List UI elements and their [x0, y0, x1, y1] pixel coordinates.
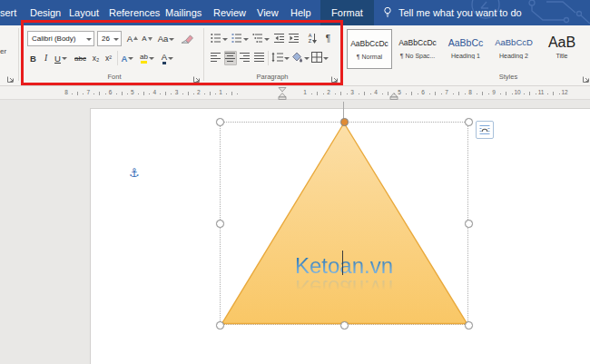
underline-button[interactable]: U: [53, 51, 69, 65]
font-color-glyph: A: [162, 52, 167, 64]
chevron-down-icon: [304, 57, 310, 63]
shape-text[interactable]: Ketoan.vn: [220, 255, 468, 277]
ruler-tick: [536, 93, 536, 94]
ruler-tick: [127, 93, 128, 94]
ruler-number: 4: [152, 89, 156, 95]
handle-bottom-left[interactable]: [216, 321, 224, 330]
chevron-down-icon: [128, 57, 133, 63]
ruler-tick: [465, 93, 466, 94]
ruler-tick: [482, 92, 483, 95]
ruler-number: 6: [109, 89, 113, 95]
ruler-tick: [382, 93, 383, 94]
style-card-heading-1[interactable]: AaBbCcHeading 1: [443, 29, 488, 69]
clipboard-dialog-launcher[interactable]: [6, 74, 15, 84]
menu-tab-review[interactable]: Review: [213, 0, 246, 25]
borders-button[interactable]: [311, 51, 329, 65]
paragraph-dialog-launcher[interactable]: [330, 74, 339, 84]
ruler-tick: [149, 93, 150, 94]
menu-tab-help[interactable]: Help: [290, 0, 311, 25]
font-group-label: Font: [107, 73, 121, 81]
chevron-down-icon: [284, 57, 290, 63]
anchor-icon[interactable]: ⚓: [129, 167, 140, 179]
strikethrough-button[interactable]: abc: [73, 51, 88, 65]
ruler[interactable]: 87654321123456789101112: [0, 86, 590, 100]
ruler-tick: [215, 93, 216, 94]
handle-bottom-right[interactable]: [465, 321, 473, 330]
ruler-tick: [364, 92, 365, 95]
grow-font-glyph: A: [127, 34, 133, 44]
font-size-select[interactable]: 26: [97, 31, 122, 46]
italic-button[interactable]: I: [41, 51, 51, 65]
menu-tab-sert[interactable]: sert: [0, 0, 16, 25]
grow-font-button[interactable]: A: [126, 31, 139, 46]
ruler-tick: [529, 92, 530, 95]
text-wrap-icon: [478, 123, 491, 136]
ruler-tick: [72, 93, 73, 94]
sort-button[interactable]: AZ: [306, 31, 320, 46]
justify-button[interactable]: [253, 51, 266, 65]
ruler-number: 9: [492, 89, 496, 95]
style-card-normal[interactable]: AaBbCcDc¶ Normal: [347, 29, 392, 69]
font-color-button[interactable]: A: [159, 51, 176, 65]
shading-button[interactable]: [291, 51, 309, 65]
ruler-tick: [204, 93, 205, 94]
handle-top-right[interactable]: [465, 118, 473, 126]
style-card-heading-2[interactable]: AaBbCcDHeading 2: [491, 29, 536, 69]
first-line-indent-marker: [279, 88, 286, 93]
bullets-button[interactable]: [210, 31, 228, 46]
clear-formatting-button[interactable]: [179, 31, 194, 46]
style-card-s[interactable]: AaS: [581, 29, 590, 69]
line-spacing-button[interactable]: [271, 51, 289, 65]
increase-indent-button[interactable]: [288, 31, 300, 46]
change-case-button[interactable]: Aa: [157, 31, 175, 46]
styles-dialog-launcher[interactable]: [582, 74, 590, 84]
align-left-button[interactable]: [210, 51, 222, 65]
font-dialog-launcher[interactable]: [192, 74, 202, 84]
shape-text-reflection: Ketoan.vn: [220, 277, 468, 293]
align-right-button[interactable]: [239, 51, 251, 65]
handle-middle-right[interactable]: [465, 220, 473, 228]
style-name: Heading 1: [443, 53, 488, 59]
menu-tab-references[interactable]: References: [109, 0, 160, 25]
handle-bottom-middle[interactable]: [340, 321, 349, 330]
shrink-font-glyph: A: [142, 34, 146, 43]
ruler-tick: [477, 93, 477, 94]
menu-tab-mailings[interactable]: Mailings: [165, 0, 202, 25]
show-paragraph-marks-button[interactable]: ¶: [322, 31, 334, 46]
menu-tab-design[interactable]: Design: [30, 0, 61, 25]
handle-top-left[interactable]: [216, 118, 224, 126]
ruler-number: 2: [197, 89, 201, 95]
ruler-tick: [323, 93, 324, 94]
numbering-button[interactable]: [231, 31, 249, 46]
decrease-indent-icon: [274, 33, 285, 45]
menu-tab-format[interactable]: Format: [320, 0, 374, 25]
chevron-down-icon: [169, 38, 174, 44]
superscript-button[interactable]: x²: [103, 51, 114, 65]
shrink-font-button[interactable]: A: [141, 31, 153, 46]
style-sample: AaBbCcDc: [348, 37, 391, 50]
highlight-color-button[interactable]: ab: [138, 51, 156, 65]
subscript-button[interactable]: x₂: [90, 51, 102, 65]
ruler-tick: [453, 93, 454, 94]
bold-button[interactable]: B: [27, 51, 39, 65]
ruler-number: 1: [219, 89, 222, 95]
style-card-title[interactable]: AaBTitle: [539, 29, 585, 69]
decrease-indent-button[interactable]: [273, 31, 286, 46]
menu-tab-view[interactable]: View: [257, 0, 279, 25]
group-separator: [18, 28, 19, 81]
multilevel-list-button[interactable]: [251, 31, 270, 46]
ruler-number: 12: [561, 89, 567, 95]
text-effects-button[interactable]: A: [120, 51, 135, 65]
triangle-shape[interactable]: [218, 118, 472, 329]
numbering-icon: [231, 33, 242, 45]
handle-middle-left[interactable]: [216, 220, 224, 228]
font-name-value: Calibri (Body): [32, 34, 75, 43]
layout-options-button[interactable]: [476, 121, 494, 139]
chevron-down-icon: [149, 57, 154, 63]
style-card-no-spac[interactable]: AaBbCcDc¶ No Spac...: [395, 29, 440, 69]
shape-adjust-handle[interactable]: [340, 118, 349, 126]
font-name-select[interactable]: Calibri (Body): [27, 31, 94, 46]
menu-tab-layout[interactable]: Layout: [69, 0, 99, 25]
align-center-button[interactable]: [224, 51, 237, 65]
tell-me-box[interactable]: Tell me what you want to do: [382, 0, 522, 25]
